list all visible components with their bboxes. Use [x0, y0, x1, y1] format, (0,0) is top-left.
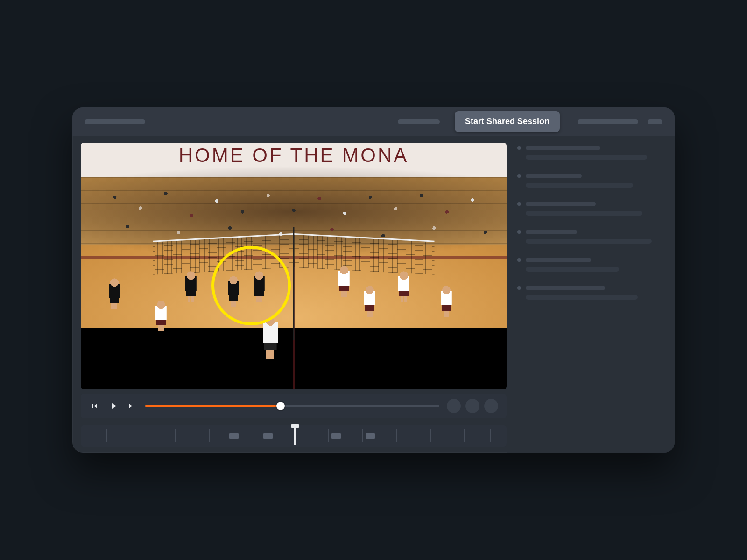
sidebar-item-bullet — [517, 174, 521, 178]
sidebar-item-subtitle-placeholder — [526, 267, 619, 272]
timeline-tick — [464, 429, 465, 442]
next-clip-button[interactable] — [127, 400, 138, 412]
player-silhouette — [438, 286, 454, 322]
timeline-marker[interactable] — [366, 433, 375, 439]
prev-clip-button[interactable] — [89, 400, 100, 412]
sidebar-item[interactable] — [517, 146, 664, 160]
sidebar-item-bullet — [517, 258, 521, 262]
timeline-tick — [430, 429, 431, 442]
skip-previous-icon — [90, 401, 99, 411]
header-placeholder-end — [648, 119, 662, 124]
progress-fill — [145, 405, 281, 407]
timeline-tick — [362, 429, 363, 442]
timeline-marker[interactable] — [263, 433, 273, 439]
header-placeholder-left — [85, 119, 145, 124]
play-button[interactable] — [108, 400, 119, 412]
video-scene-net — [293, 227, 295, 340]
timeline-tick — [490, 429, 491, 442]
header-placeholder-mid — [398, 119, 440, 124]
sidebar-item-title-placeholder — [526, 258, 591, 262]
timeline-tick — [396, 429, 397, 442]
sidebar-item-bullet — [517, 286, 521, 290]
player-silhouette — [396, 271, 412, 308]
sidebar-panel — [507, 136, 675, 453]
sidebar-item-title-placeholder — [526, 230, 577, 234]
player-silhouette — [362, 286, 378, 322]
sidebar-item-title-placeholder — [526, 202, 596, 206]
player-silhouette — [251, 271, 267, 308]
sidebar-item-bullet — [517, 202, 521, 206]
player-silhouette — [183, 271, 199, 308]
timeline-tick — [141, 429, 141, 442]
sidebar-item[interactable] — [517, 230, 664, 244]
clip-timeline[interactable] — [81, 425, 507, 447]
sidebar-item-title-placeholder — [526, 286, 605, 290]
sidebar-item-title-placeholder — [526, 174, 582, 178]
playback-right-actions — [447, 399, 498, 413]
gym-banner-text: HOME OF THE MONA — [81, 144, 507, 167]
sidebar-item-subtitle-placeholder — [526, 183, 633, 188]
header-placeholder-right — [578, 119, 638, 124]
progress-thumb[interactable] — [276, 402, 285, 410]
player-silhouette — [226, 276, 241, 312]
timeline-tick — [175, 429, 176, 442]
start-shared-session-button[interactable]: Start Shared Session — [455, 111, 560, 132]
timeline-tick — [328, 429, 329, 442]
playback-action-button[interactable] — [465, 399, 479, 413]
playback-action-button[interactable] — [484, 399, 498, 413]
sidebar-item-title-placeholder — [526, 146, 600, 150]
sidebar-item-subtitle-placeholder — [526, 155, 647, 160]
timeline-marker[interactable] — [331, 433, 341, 439]
skip-next-icon — [127, 401, 137, 411]
app-window: Start Shared Session HOME OF THE MONA — [72, 107, 675, 453]
timeline-playhead[interactable] — [294, 427, 296, 445]
sidebar-item[interactable] — [517, 174, 664, 188]
main-content: HOME OF THE MONA — [72, 136, 675, 453]
sidebar-item[interactable] — [517, 286, 664, 300]
sidebar-list — [517, 146, 664, 300]
player-silhouette — [153, 301, 169, 337]
playback-action-button[interactable] — [447, 399, 461, 413]
player-silhouette — [336, 266, 352, 302]
sidebar-item[interactable] — [517, 202, 664, 216]
video-column: HOME OF THE MONA — [72, 136, 507, 453]
timeline-tick — [209, 429, 210, 442]
timeline-marker[interactable] — [229, 433, 239, 439]
sidebar-item-bullet — [517, 230, 521, 234]
play-icon — [108, 401, 119, 411]
progress-bar[interactable] — [145, 405, 439, 407]
sidebar-item[interactable] — [517, 258, 664, 272]
header-bar: Start Shared Session — [72, 107, 675, 136]
referee-silhouette — [260, 315, 281, 367]
sidebar-item-subtitle-placeholder — [526, 239, 652, 244]
playback-bar — [81, 394, 507, 418]
sidebar-item-subtitle-placeholder — [526, 295, 638, 300]
timeline-tick — [106, 429, 107, 442]
sidebar-item-bullet — [517, 146, 521, 150]
player-silhouette — [106, 278, 122, 315]
sidebar-item-subtitle-placeholder — [526, 211, 642, 216]
video-player[interactable]: HOME OF THE MONA — [81, 143, 507, 389]
